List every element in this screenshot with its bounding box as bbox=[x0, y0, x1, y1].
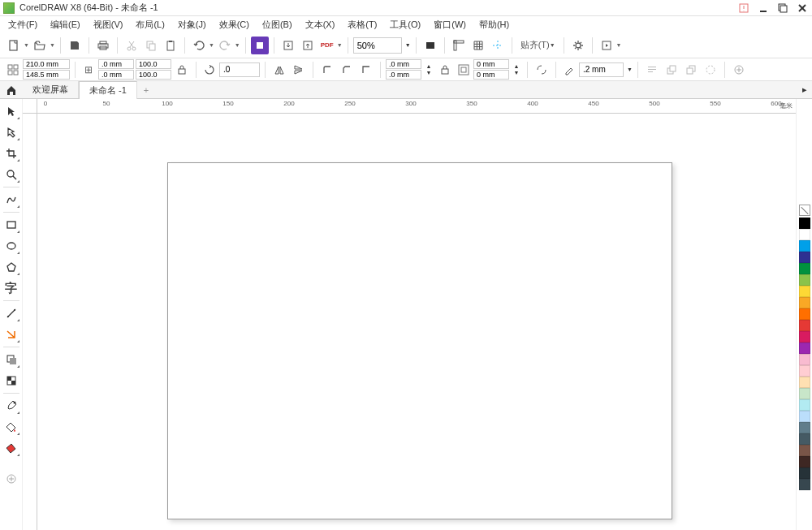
copy-button[interactable] bbox=[142, 37, 160, 54]
menu-effects[interactable]: 效果(C) bbox=[214, 17, 254, 32]
fill-tool[interactable] bbox=[2, 418, 20, 436]
spinner-up-icon[interactable]: ▲ bbox=[423, 63, 434, 69]
offset-x-input[interactable] bbox=[386, 59, 421, 69]
cut-button[interactable] bbox=[123, 37, 140, 54]
undo-button[interactable] bbox=[190, 37, 208, 54]
corner-shape2-button[interactable] bbox=[338, 61, 356, 79]
import-button[interactable] bbox=[279, 37, 297, 54]
drop-shadow-tool[interactable] bbox=[2, 351, 20, 368]
color-swatch[interactable] bbox=[799, 286, 810, 297]
print-button[interactable] bbox=[94, 37, 112, 54]
color-swatch[interactable] bbox=[799, 240, 810, 252]
show-grid-button[interactable] bbox=[469, 37, 487, 54]
notify-icon[interactable] bbox=[737, 2, 750, 15]
menu-file[interactable]: 文件(F) bbox=[3, 17, 42, 32]
snap-to-button[interactable]: 贴齐(T) ▼ bbox=[517, 37, 559, 54]
wrap-text-button[interactable] bbox=[643, 61, 661, 79]
width-input[interactable] bbox=[98, 59, 134, 69]
color-swatch[interactable] bbox=[799, 320, 810, 331]
paste-button[interactable] bbox=[162, 37, 179, 54]
new-button[interactable] bbox=[5, 37, 23, 54]
lock-ratio-button[interactable] bbox=[173, 61, 191, 79]
mirror-h-button[interactable] bbox=[270, 61, 288, 79]
shape-tool[interactable] bbox=[2, 123, 20, 141]
color-swatch[interactable] bbox=[799, 445, 810, 456]
horizontal-ruler[interactable]: 0501001502002503003504004505005506006507… bbox=[37, 99, 796, 114]
parallel-dimension-tool[interactable] bbox=[2, 304, 20, 322]
menu-table[interactable]: 表格(T) bbox=[343, 17, 382, 32]
to-back-button[interactable] bbox=[682, 61, 700, 79]
rotation-input[interactable] bbox=[219, 62, 260, 77]
menu-window[interactable]: 窗口(W) bbox=[429, 17, 471, 32]
crop-tool[interactable] bbox=[2, 144, 20, 162]
tab-welcome[interactable]: 欢迎屏幕 bbox=[23, 81, 79, 98]
freehand-tool[interactable] bbox=[2, 191, 20, 209]
color-swatch[interactable] bbox=[799, 218, 810, 229]
open-dropdown-icon[interactable]: ▼ bbox=[50, 42, 55, 48]
mirror-v-button[interactable] bbox=[290, 61, 308, 79]
rectangle-tool[interactable] bbox=[2, 216, 20, 234]
zoom-level-input[interactable] bbox=[353, 37, 402, 54]
outline-width-input[interactable] bbox=[579, 62, 624, 77]
color-swatch[interactable] bbox=[799, 308, 810, 320]
zoom-dropdown-icon[interactable]: ▼ bbox=[405, 42, 411, 48]
show-guidelines-button[interactable] bbox=[489, 37, 507, 54]
position-y-input[interactable] bbox=[23, 70, 70, 80]
color-swatch[interactable] bbox=[799, 377, 810, 388]
open-button[interactable] bbox=[31, 37, 49, 54]
color-swatch[interactable] bbox=[799, 229, 810, 240]
color-swatch[interactable] bbox=[799, 388, 810, 399]
offset2-y-input[interactable] bbox=[473, 70, 509, 80]
undo-dropdown-icon[interactable]: ▼ bbox=[209, 42, 214, 48]
tab-add-button[interactable]: + bbox=[137, 83, 155, 97]
color-swatch[interactable] bbox=[799, 354, 810, 365]
to-front-button[interactable] bbox=[663, 61, 680, 79]
fullscreen-preview-button[interactable] bbox=[421, 37, 439, 54]
spinner2-down-icon[interactable]: ▼ bbox=[511, 70, 522, 75]
minimize-button[interactable] bbox=[757, 2, 770, 15]
color-swatch[interactable] bbox=[799, 274, 810, 286]
color-swatch[interactable] bbox=[799, 456, 810, 468]
no-color-swatch[interactable] bbox=[799, 205, 810, 216]
polygon-tool[interactable] bbox=[2, 258, 20, 276]
show-rulers-button[interactable] bbox=[450, 37, 468, 54]
menu-view[interactable]: 视图(V) bbox=[89, 17, 128, 32]
ruler-origin[interactable] bbox=[23, 99, 37, 114]
offset-y-input[interactable] bbox=[386, 70, 421, 80]
menu-tools[interactable]: 工具(O) bbox=[385, 17, 425, 32]
zoom-tool[interactable] bbox=[2, 166, 20, 183]
ellipse-tool[interactable] bbox=[2, 237, 20, 255]
menu-text[interactable]: 文本(X) bbox=[300, 17, 340, 32]
scale-y-input[interactable] bbox=[136, 70, 171, 80]
options-button[interactable] bbox=[569, 37, 587, 54]
lock-offset-button[interactable] bbox=[436, 61, 454, 79]
canvas-viewport[interactable] bbox=[37, 114, 796, 530]
color-swatch[interactable] bbox=[799, 479, 810, 490]
spinner-down-icon[interactable]: ▼ bbox=[423, 70, 434, 75]
smart-fill-tool[interactable] bbox=[2, 439, 20, 457]
launcher-dropdown-icon[interactable]: ▼ bbox=[616, 42, 622, 48]
close-button[interactable] bbox=[796, 2, 809, 15]
document-page[interactable] bbox=[167, 162, 672, 519]
relative-corner-button[interactable] bbox=[533, 61, 551, 79]
menu-edit[interactable]: 编辑(E) bbox=[45, 17, 85, 32]
save-button[interactable] bbox=[66, 37, 84, 54]
menu-help[interactable]: 帮助(H) bbox=[474, 17, 514, 32]
transparency-tool[interactable] bbox=[2, 372, 20, 390]
quick-customize-button[interactable] bbox=[730, 61, 748, 79]
convert-curves-button[interactable] bbox=[702, 61, 719, 79]
home-icon[interactable] bbox=[5, 84, 18, 97]
text-tool[interactable]: 字 bbox=[2, 279, 20, 297]
color-swatch[interactable] bbox=[799, 433, 810, 445]
menu-layout[interactable]: 布局(L) bbox=[131, 17, 169, 32]
spinner2-up-icon[interactable]: ▲ bbox=[511, 63, 522, 69]
tab-scroll-right-icon[interactable]: ▸ bbox=[797, 84, 812, 95]
quick-customize-toolbox-button[interactable] bbox=[2, 470, 20, 488]
app-launcher-button[interactable] bbox=[598, 37, 615, 54]
tab-document[interactable]: 未命名 -1 bbox=[79, 81, 137, 99]
corner-shape3-button[interactable] bbox=[357, 61, 375, 79]
color-swatch[interactable] bbox=[799, 468, 810, 479]
eyedropper-tool[interactable] bbox=[2, 397, 20, 415]
scale-x-input[interactable] bbox=[136, 59, 171, 69]
height-input[interactable] bbox=[98, 70, 134, 80]
